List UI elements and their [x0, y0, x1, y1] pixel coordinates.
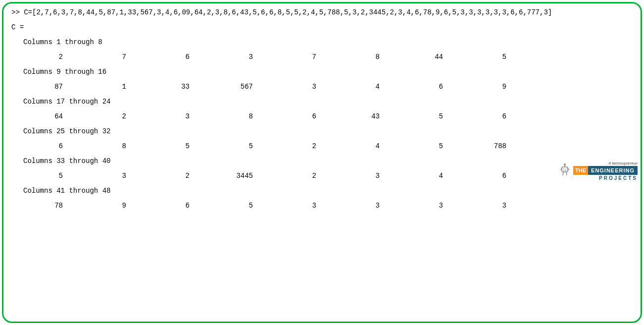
svg-line-9 [566, 172, 567, 175]
data-cell: 44 [390, 53, 453, 61]
data-cell: 788 [453, 142, 516, 150]
data-cell: 1 [73, 83, 136, 91]
data-cell: 9 [73, 202, 136, 210]
column-range-header: Columns 41 through 48 [23, 187, 633, 195]
data-row: 6855245788 [23, 142, 633, 150]
data-cell: 7 [73, 53, 136, 61]
data-cell: 3 [263, 83, 326, 91]
data-row: 6423864356 [23, 112, 633, 120]
robot-icon [558, 162, 571, 180]
data-cell: 2 [136, 172, 199, 180]
command-line[interactable]: >> C=[2,7,6,3,7,8,44,5,87,1,33,567,3,4,6… [11, 8, 633, 16]
data-cell: 5 [199, 202, 263, 210]
column-range-header: Columns 1 through 8 [23, 38, 633, 46]
watermark-engineering: ENGINEERING [588, 166, 638, 175]
data-row: 789653333 [23, 202, 633, 210]
data-cell: 5 [23, 172, 73, 180]
data-cell: 6 [390, 83, 453, 91]
data-cell: 78 [23, 202, 73, 210]
data-cell: 3 [136, 112, 199, 120]
column-range-header: Columns 25 through 32 [23, 127, 633, 135]
data-cell: 5 [453, 53, 516, 61]
data-cell: 8 [73, 142, 136, 150]
column-range-header: Columns 33 through 40 [23, 157, 633, 165]
watermark: # technopreneur THE ENGINEERING PROJECTS [558, 161, 638, 181]
data-cell: 8 [326, 53, 390, 61]
data-cell: 5 [199, 142, 263, 150]
data-cell: 5 [136, 142, 199, 150]
data-cell: 3 [73, 172, 136, 180]
svg-line-8 [563, 172, 563, 175]
command-text: C=[2,7,6,3,7,8,44,5,87,1,33,567,3,4,6,09… [24, 8, 552, 16]
data-cell: 2 [263, 172, 326, 180]
data-cell: 3 [326, 202, 390, 210]
data-cell: 567 [199, 83, 263, 91]
data-cell: 64 [23, 112, 73, 120]
data-cell: 9 [453, 83, 516, 91]
data-cell: 2 [263, 142, 326, 150]
data-cell: 4 [326, 142, 390, 150]
watermark-the: THE [573, 166, 588, 175]
data-cell: 2 [73, 112, 136, 120]
watermark-projects: PROJECTS [573, 175, 638, 181]
svg-rect-2 [562, 167, 568, 172]
data-cell: 3445 [199, 172, 263, 180]
data-cell: 6 [263, 112, 326, 120]
data-cell: 3 [453, 202, 516, 210]
data-cell: 3 [199, 53, 263, 61]
watermark-text: # technopreneur THE ENGINEERING PROJECTS [573, 161, 638, 181]
svg-point-3 [563, 168, 564, 169]
data-cell: 4 [326, 83, 390, 91]
data-row: 871335673469 [23, 83, 633, 91]
data-cell: 4 [390, 172, 453, 180]
data-cell: 6 [453, 112, 516, 120]
data-cell: 6 [136, 53, 199, 61]
data-cell: 6 [453, 172, 516, 180]
data-cell: 5 [390, 142, 453, 150]
data-cell: 7 [263, 53, 326, 61]
data-row: 276378445 [23, 53, 633, 61]
data-cell: 87 [23, 83, 73, 91]
data-row: 53234452346 [23, 172, 633, 180]
data-cell: 6 [136, 202, 199, 210]
prompt: >> [11, 8, 24, 16]
output-sections: Columns 1 through 8276378445Columns 9 th… [11, 38, 633, 210]
watermark-tagline: # technopreneur [573, 161, 638, 165]
data-cell: 5 [390, 112, 453, 120]
column-range-header: Columns 17 through 24 [23, 98, 633, 106]
variable-echo: C = [11, 23, 633, 31]
svg-point-0 [564, 163, 566, 165]
data-cell: 33 [136, 83, 199, 91]
data-cell: 43 [326, 112, 390, 120]
data-cell: 8 [199, 112, 263, 120]
svg-point-4 [565, 168, 566, 169]
data-cell: 3 [390, 202, 453, 210]
data-cell: 3 [326, 172, 390, 180]
data-cell: 2 [23, 53, 73, 61]
data-cell: 3 [263, 202, 326, 210]
terminal-frame: >> C=[2,7,6,3,7,8,44,5,87,1,33,567,3,4,6… [2, 2, 642, 323]
column-range-header: Columns 9 through 16 [23, 68, 633, 76]
data-cell: 6 [23, 142, 73, 150]
